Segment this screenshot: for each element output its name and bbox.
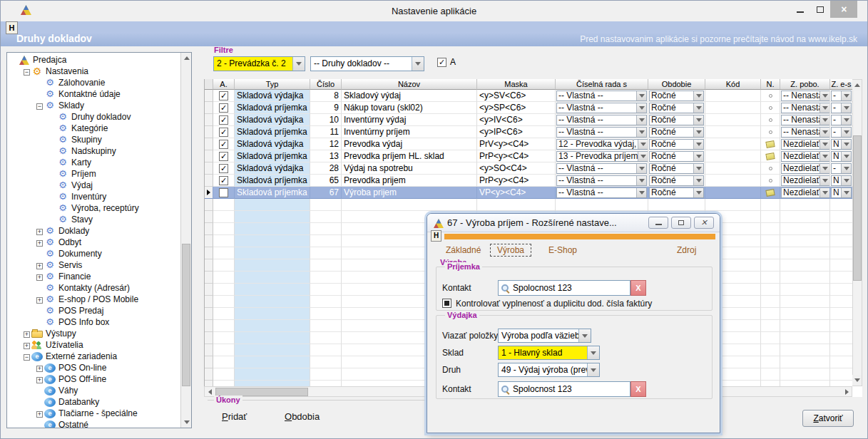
chevron-down-icon[interactable] [820, 176, 829, 185]
chevron-down-icon[interactable] [841, 115, 851, 125]
rada-select[interactable]: -- Vlastná -- [556, 103, 647, 113]
rada-select[interactable]: -- Vlastná -- [556, 175, 647, 186]
search-icon[interactable] [501, 284, 510, 293]
zpobo-select[interactable]: -- Nenasta [781, 91, 830, 101]
periods-link[interactable]: Obdobia [285, 411, 320, 422]
chevron-down-icon[interactable] [292, 57, 305, 71]
tree-item[interactable]: Výstupy [7, 328, 180, 339]
chevron-down-icon[interactable] [693, 164, 703, 173]
column-header[interactable]: Číslo [310, 79, 342, 90]
obdobie-select[interactable]: Ročné [649, 187, 704, 198]
chevron-down-icon[interactable] [693, 91, 703, 100]
tree-scrollbar[interactable] [180, 53, 191, 428]
dialog-titlebar[interactable]: 67 - Výroba príjem - Rozšírené nastave..… [427, 214, 720, 232]
tree-item[interactable]: Skupiny [7, 134, 180, 145]
column-header[interactable]: Číselná rada s [556, 79, 648, 90]
table-row[interactable]: Skladová výdajka12Prevodka výdajPrV<y><C… [205, 138, 852, 150]
column-header[interactable]: Z. pobo. [780, 79, 830, 90]
row-checkbox[interactable] [219, 176, 228, 185]
column-header[interactable]: Názov [342, 79, 477, 90]
chevron-down-icon[interactable] [693, 176, 703, 185]
row-checkbox[interactable] [219, 164, 228, 173]
tree-item[interactable]: Nadskupiny [7, 145, 180, 157]
chevron-down-icon[interactable] [636, 115, 646, 125]
chevron-down-icon[interactable] [841, 140, 851, 149]
row-selector[interactable] [205, 102, 213, 114]
druh-select[interactable]: 49 - Výdaj výroba (prev. [498, 363, 600, 377]
tree-item[interactable]: Ostatné [7, 419, 180, 428]
chevron-down-icon[interactable] [578, 329, 591, 342]
tree-item[interactable]: POS Off-line [7, 373, 180, 385]
column-header[interactable]: Z. e-s [830, 79, 852, 90]
tree-item[interactable]: Predajca [7, 54, 180, 66]
chevron-down-icon[interactable] [693, 152, 703, 161]
chevron-down-icon[interactable] [636, 103, 646, 113]
tree-item[interactable]: Kontakty (Adresár) [7, 282, 180, 294]
zpobo-select[interactable]: Nezdielať [781, 139, 830, 150]
vscrollbar-thumb[interactable] [853, 135, 862, 281]
tree-item[interactable]: Inventúry [7, 191, 180, 202]
chevron-down-icon[interactable] [693, 115, 703, 125]
obdobie-select[interactable]: Ročné [649, 163, 704, 174]
row-checkbox[interactable] [219, 103, 228, 113]
doctype-filter-select[interactable]: -- Druhy dokladov -- [310, 56, 424, 71]
chevron-down-icon[interactable] [636, 128, 646, 137]
tree-item[interactable]: Financie [7, 271, 180, 282]
row-selector[interactable] [205, 162, 213, 175]
tree-item[interactable]: Databanky [7, 396, 180, 408]
rada-select[interactable]: -- Vlastná -- [556, 115, 647, 125]
table-row[interactable]: Skladová príjemka9Nákup tovaru (skl02)<y… [205, 102, 852, 114]
tree-item[interactable]: Karty [7, 157, 180, 168]
row-checkbox[interactable] [219, 188, 228, 197]
zpobo-select[interactable]: -- Nenasta [781, 103, 830, 113]
scroll-down-icon[interactable] [181, 417, 192, 428]
zes-select[interactable]: N [831, 151, 852, 162]
kontrolovat-checkbox[interactable] [442, 299, 451, 308]
scroll-right-icon[interactable] [842, 387, 852, 397]
zes-select[interactable]: N [831, 139, 852, 150]
tree-item[interactable]: Externé zariadenia [7, 351, 180, 362]
tree-item[interactable]: POS On-line [7, 362, 180, 373]
clear-icon[interactable] [630, 280, 646, 296]
tab-vyroba[interactable]: Výroba [490, 244, 531, 257]
chevron-down-icon[interactable] [636, 176, 646, 185]
zes-select[interactable]: - [831, 163, 852, 174]
expand-icon[interactable] [36, 229, 43, 235]
tree-item[interactable]: Dokumenty [7, 248, 180, 259]
dialog-help-button[interactable]: H [431, 230, 441, 242]
row-selector[interactable] [205, 187, 213, 199]
zes-select[interactable]: N [831, 187, 852, 198]
table-row[interactable]: Skladová výdajka28Výdaj na spotrebu<y>SO… [205, 162, 852, 175]
row-selector[interactable] [205, 114, 213, 126]
zes-select[interactable]: N [831, 175, 852, 186]
zpobo-select[interactable]: -- Nenasta [781, 127, 830, 138]
operation-filter-select[interactable]: 2 - Prevádzka č. 2 [213, 56, 305, 71]
expand-icon[interactable] [36, 263, 43, 269]
tab-eshop[interactable]: E-Shop [548, 245, 577, 255]
chevron-down-icon[interactable] [820, 188, 829, 197]
chevron-down-icon[interactable] [693, 140, 703, 149]
chevron-down-icon[interactable] [638, 140, 648, 149]
chevron-down-icon[interactable] [841, 103, 851, 113]
column-header[interactable]: Maska [477, 79, 556, 90]
chevron-down-icon[interactable] [587, 363, 599, 376]
collapse-icon[interactable] [36, 103, 43, 110]
expand-icon[interactable] [36, 240, 43, 247]
column-header[interactable]: N. [761, 79, 780, 90]
tab-zakladne[interactable]: Základné [446, 245, 481, 255]
chevron-down-icon[interactable] [638, 152, 648, 161]
chevron-down-icon[interactable] [587, 346, 599, 359]
column-header[interactable]: A. [213, 79, 235, 90]
close-window-button[interactable]: Zatvoriť [802, 410, 854, 427]
zes-select[interactable]: - [831, 115, 852, 125]
dialog-restore-button[interactable] [671, 217, 691, 229]
chevron-down-icon[interactable] [693, 188, 703, 197]
tree-item[interactable]: Servis [7, 259, 180, 271]
tree-item[interactable]: POS Info box [7, 316, 180, 328]
clear-icon[interactable] [630, 381, 646, 397]
row-checkbox[interactable] [219, 91, 228, 100]
expand-icon[interactable] [36, 274, 43, 281]
chevron-down-icon[interactable] [820, 115, 829, 125]
obdobie-select[interactable]: Ročné [649, 115, 704, 125]
search-icon[interactable] [501, 385, 510, 394]
